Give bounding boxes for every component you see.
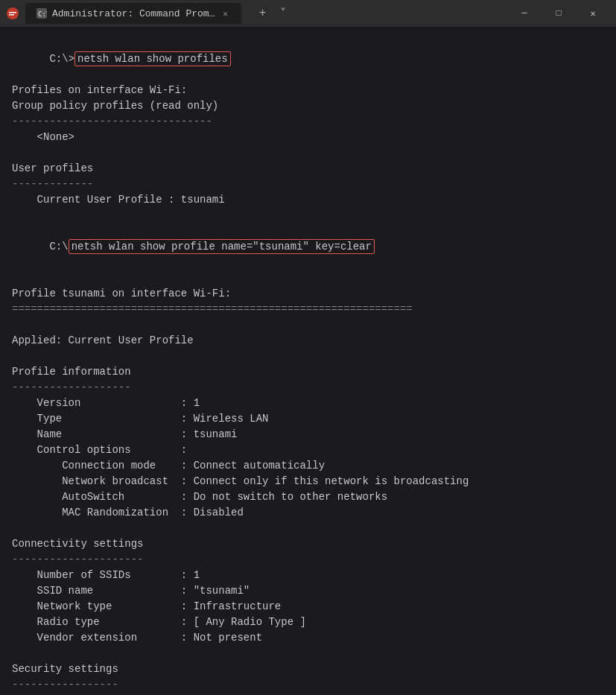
output-line-31: SSID name : "tsunami": [12, 583, 604, 599]
titlebar-left: C:\ Administrator: Command Prom… ✕ + ˅: [6, 3, 507, 24]
minimize-button[interactable]: ─: [507, 0, 542, 27]
output-line-23: Connection mode : Connect automatically: [12, 458, 604, 474]
titlebar-controls: ─ □ ✕: [507, 0, 610, 27]
output-line-15: Applied: Current User Profile: [12, 333, 604, 349]
close-button[interactable]: ✕: [576, 0, 610, 27]
output-line-6: [12, 145, 604, 161]
titlebar: C:\ Administrator: Command Prom… ✕ + ˅ ─…: [0, 0, 616, 27]
cmd2-prefix: C:\: [49, 241, 68, 253]
output-line-16: [12, 349, 604, 364]
output-line-13: ========================================…: [12, 302, 604, 317]
output-line-3: Group policy profiles (read only): [12, 98, 604, 114]
output-line-5: <None>: [12, 130, 604, 145]
output-line-7: User profiles: [12, 161, 604, 177]
svg-point-0: [7, 7, 19, 19]
active-tab[interactable]: C:\ Administrator: Command Prom… ✕: [25, 3, 241, 24]
tab-area: C:\ Administrator: Command Prom… ✕: [25, 3, 241, 24]
output-line-24: Network broadcast : Connect only if this…: [12, 474, 604, 489]
output-line-22: Control options :: [12, 442, 604, 458]
output-line-10: [12, 208, 604, 223]
cmd1-highlighted: netsh wlan show profiles: [74, 51, 231, 66]
output-line-9: Current User Profile : tsunami: [12, 192, 604, 208]
cmd2-line: C:\netsh wlan show profile name="tsunami…: [12, 223, 604, 270]
output-line-36: Security settings: [12, 661, 604, 677]
terminal-window: C:\ Administrator: Command Prom… ✕ + ˅ ─…: [0, 0, 616, 695]
output-line-12: Profile tsunami on interface Wi-Fi:: [12, 286, 604, 302]
cmd1-prefix: C:\>: [49, 53, 74, 65]
output-line-33: Radio type : [ Any Radio Type ]: [12, 615, 604, 630]
output-line-17: Profile information: [12, 364, 604, 380]
output-line-27: [12, 521, 604, 536]
tab-actions: + ˅: [253, 4, 292, 22]
output-line-8: -------------: [12, 177, 604, 192]
tab-dropdown-button[interactable]: ˅: [274, 4, 292, 22]
output-line-35: [12, 646, 604, 661]
tab-title: Administrator: Command Prom…: [52, 8, 215, 19]
output-line-4: --------------------------------: [12, 114, 604, 130]
svg-text:C:\: C:\: [38, 10, 47, 18]
maximize-button[interactable]: □: [542, 0, 576, 27]
output-line-37: -----------------: [12, 677, 604, 693]
output-line-25: AutoSwitch : Do not switch to other netw…: [12, 489, 604, 505]
cmd-tab-icon: C:\: [36, 7, 48, 19]
output-line-20: Type : Wireless LAN: [12, 411, 604, 427]
svg-rect-2: [9, 14, 14, 16]
output-line-11: [12, 270, 604, 286]
output-line-34: Vendor extension : Not present: [12, 630, 604, 646]
output-line-30: Number of SSIDs : 1: [12, 568, 604, 583]
output-line-32: Network type : Infrastructure: [12, 599, 604, 615]
output-line-1: Profiles on interface Wi-Fi:: [12, 83, 604, 98]
output-line-26: MAC Randomization : Disabled: [12, 505, 604, 521]
new-tab-button[interactable]: +: [253, 4, 271, 22]
cmd1-line: C:\>netsh wlan show profiles: [12, 36, 604, 83]
output-line-19: Version : 1: [12, 396, 604, 411]
app-icon: [6, 7, 19, 20]
output-line-14: [12, 317, 604, 333]
svg-rect-1: [9, 12, 16, 13]
output-line-21: Name : tsunami: [12, 427, 604, 442]
output-line-29: ---------------------: [12, 552, 604, 568]
output-line-28: Connectivity settings: [12, 536, 604, 552]
tab-close-button[interactable]: ✕: [219, 7, 231, 19]
cmd2-highlighted: netsh wlan show profile name="tsunami" k…: [69, 239, 375, 254]
terminal-output[interactable]: C:\>netsh wlan show profiles Profiles on…: [0, 27, 616, 695]
output-line-18: -------------------: [12, 380, 604, 396]
